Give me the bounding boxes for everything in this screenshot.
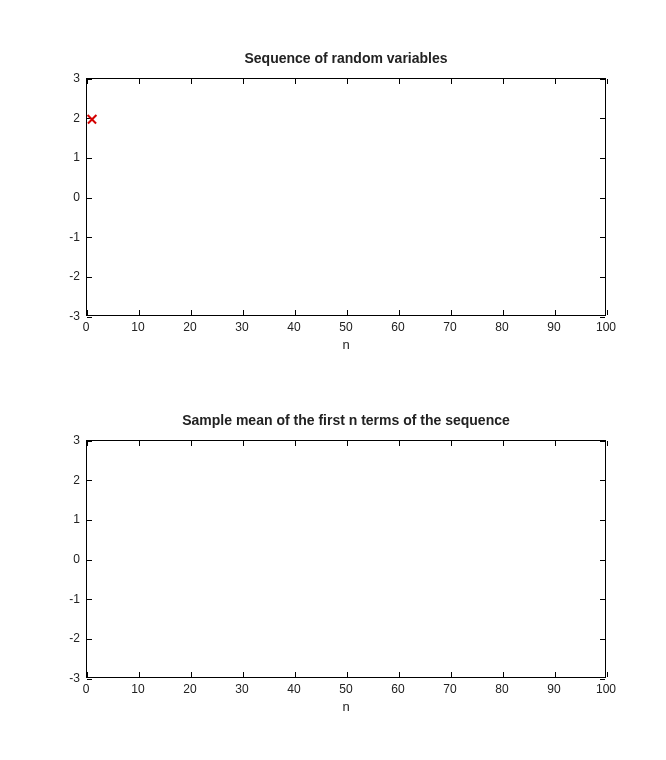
plot-area bbox=[86, 440, 606, 678]
x-tick-label: 100 bbox=[596, 682, 616, 696]
y-tick bbox=[87, 520, 92, 521]
x-axis-label: n bbox=[86, 337, 606, 352]
y-tick bbox=[87, 441, 92, 442]
axes-2: Sample mean of the first n terms of the … bbox=[86, 440, 606, 678]
y-tick bbox=[87, 237, 92, 238]
y-tick bbox=[87, 560, 92, 561]
axes-1: Sequence of random variablesn01020304050… bbox=[86, 78, 606, 316]
x-tick-label: 50 bbox=[339, 320, 352, 334]
x-tick-label: 20 bbox=[183, 682, 196, 696]
x-tick bbox=[607, 79, 608, 84]
y-tick-label: -2 bbox=[69, 269, 86, 283]
x-tick bbox=[139, 79, 140, 84]
x-tick bbox=[451, 79, 452, 84]
x-tick bbox=[347, 310, 348, 315]
x-tick-label: 40 bbox=[287, 320, 300, 334]
x-tick-label: 40 bbox=[287, 682, 300, 696]
x-tick bbox=[295, 310, 296, 315]
x-tick-label: 70 bbox=[443, 682, 456, 696]
y-tick-label: 3 bbox=[73, 433, 86, 447]
x-tick bbox=[503, 441, 504, 446]
x-tick bbox=[295, 441, 296, 446]
x-tick-label: 60 bbox=[391, 682, 404, 696]
y-tick bbox=[87, 599, 92, 600]
x-tick-label: 10 bbox=[131, 320, 144, 334]
x-tick bbox=[191, 310, 192, 315]
x-tick bbox=[451, 310, 452, 315]
y-tick-label: 3 bbox=[73, 71, 86, 85]
y-tick bbox=[87, 317, 92, 318]
x-tick bbox=[555, 441, 556, 446]
y-tick-label: 1 bbox=[73, 150, 86, 164]
y-tick-label: -2 bbox=[69, 631, 86, 645]
x-tick bbox=[399, 441, 400, 446]
x-tick-label: 60 bbox=[391, 320, 404, 334]
x-tick-label: 90 bbox=[547, 320, 560, 334]
y-tick bbox=[600, 198, 605, 199]
y-tick-label: 0 bbox=[73, 552, 86, 566]
x-tick-label: 80 bbox=[495, 682, 508, 696]
chart-title: Sample mean of the first n terms of the … bbox=[86, 412, 606, 428]
x-tick bbox=[607, 672, 608, 677]
y-tick-label: -1 bbox=[69, 230, 86, 244]
plot-area bbox=[86, 78, 606, 316]
y-tick bbox=[87, 277, 92, 278]
y-tick bbox=[600, 79, 605, 80]
x-axis-label: n bbox=[86, 699, 606, 714]
y-tick-label: -3 bbox=[69, 309, 86, 323]
y-tick bbox=[600, 317, 605, 318]
x-tick-label: 10 bbox=[131, 682, 144, 696]
x-tick bbox=[191, 79, 192, 84]
x-tick-label: 80 bbox=[495, 320, 508, 334]
chart-title: Sequence of random variables bbox=[86, 50, 606, 66]
y-tick bbox=[600, 599, 605, 600]
y-tick bbox=[600, 277, 605, 278]
x-tick bbox=[347, 441, 348, 446]
x-tick-label: 90 bbox=[547, 682, 560, 696]
x-tick bbox=[87, 672, 88, 677]
x-tick bbox=[87, 310, 88, 315]
x-tick bbox=[87, 441, 88, 446]
y-tick bbox=[87, 198, 92, 199]
x-tick bbox=[243, 672, 244, 677]
x-tick bbox=[139, 310, 140, 315]
x-tick bbox=[347, 672, 348, 677]
x-tick-label: 70 bbox=[443, 320, 456, 334]
y-tick bbox=[87, 79, 92, 80]
y-tick bbox=[87, 158, 92, 159]
x-tick-label: 30 bbox=[235, 682, 248, 696]
x-tick bbox=[451, 441, 452, 446]
y-tick bbox=[600, 118, 605, 119]
y-tick-label: 1 bbox=[73, 512, 86, 526]
y-tick bbox=[87, 639, 92, 640]
x-tick bbox=[555, 672, 556, 677]
x-tick bbox=[607, 441, 608, 446]
y-tick bbox=[600, 158, 605, 159]
x-tick-label: 100 bbox=[596, 320, 616, 334]
y-tick-label: 2 bbox=[73, 111, 86, 125]
x-tick bbox=[347, 79, 348, 84]
figure: Sequence of random variablesn01020304050… bbox=[0, 0, 666, 760]
x-tick-label: 50 bbox=[339, 682, 352, 696]
x-tick bbox=[87, 79, 88, 84]
y-tick-label: -1 bbox=[69, 592, 86, 606]
y-tick bbox=[600, 679, 605, 680]
x-tick bbox=[399, 672, 400, 677]
y-tick bbox=[600, 560, 605, 561]
x-tick bbox=[295, 672, 296, 677]
x-tick bbox=[503, 79, 504, 84]
x-tick bbox=[503, 310, 504, 315]
y-tick-label: 0 bbox=[73, 190, 86, 204]
y-tick bbox=[87, 480, 92, 481]
x-tick bbox=[451, 672, 452, 677]
x-tick bbox=[399, 79, 400, 84]
x-tick bbox=[295, 79, 296, 84]
x-tick-label: 30 bbox=[235, 320, 248, 334]
x-tick bbox=[243, 79, 244, 84]
y-tick bbox=[600, 480, 605, 481]
x-tick bbox=[139, 672, 140, 677]
x-tick bbox=[555, 79, 556, 84]
y-tick bbox=[600, 639, 605, 640]
y-tick-label: 2 bbox=[73, 473, 86, 487]
y-tick bbox=[600, 441, 605, 442]
